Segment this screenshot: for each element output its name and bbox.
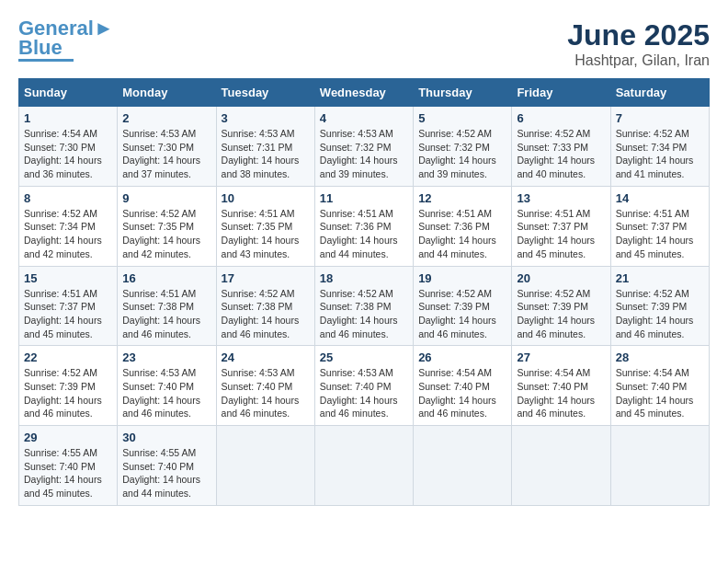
calendar-cell: 4Sunrise: 4:53 AMSunset: 7:32 PMDaylight… [314, 107, 413, 187]
day-info: Sunrise: 4:53 AMSunset: 7:40 PMDaylight:… [222, 366, 310, 420]
day-info: Sunrise: 4:53 AMSunset: 7:30 PMDaylight:… [122, 127, 210, 181]
calendar-cell: 18Sunrise: 4:52 AMSunset: 7:38 PMDayligh… [314, 266, 413, 346]
day-number: 16 [122, 271, 210, 285]
day-info: Sunrise: 4:52 AMSunset: 7:39 PMDaylight:… [24, 366, 112, 420]
calendar-cell: 12Sunrise: 4:51 AMSunset: 7:36 PMDayligh… [414, 186, 512, 266]
day-number: 28 [616, 350, 704, 364]
calendar-cell [414, 426, 512, 506]
day-number: 20 [517, 271, 605, 285]
day-info: Sunrise: 4:55 AMSunset: 7:40 PMDaylight:… [122, 446, 210, 500]
day-number: 17 [222, 271, 310, 285]
weekday-header-tuesday: Tuesday [216, 79, 314, 107]
day-number: 2 [122, 111, 210, 125]
day-number: 5 [418, 111, 506, 125]
logo-blue: ► [94, 17, 114, 40]
day-number: 30 [122, 431, 210, 444]
day-number: 14 [616, 191, 704, 205]
day-info: Sunrise: 4:52 AMSunset: 7:38 PMDaylight:… [320, 287, 408, 341]
calendar-cell: 21Sunrise: 4:52 AMSunset: 7:39 PMDayligh… [610, 266, 709, 346]
calendar-cell: 10Sunrise: 4:51 AMSunset: 7:35 PMDayligh… [216, 186, 314, 266]
weekday-header-monday: Monday [118, 79, 216, 107]
calendar-cell: 9Sunrise: 4:52 AMSunset: 7:35 PMDaylight… [118, 186, 216, 266]
day-info: Sunrise: 4:51 AMSunset: 7:35 PMDaylight:… [222, 207, 310, 261]
day-info: Sunrise: 4:52 AMSunset: 7:39 PMDaylight:… [418, 287, 506, 341]
day-number: 1 [24, 111, 112, 125]
day-info: Sunrise: 4:51 AMSunset: 7:36 PMDaylight:… [320, 207, 408, 261]
day-number: 8 [24, 191, 112, 205]
calendar-body: 1Sunrise: 4:54 AMSunset: 7:30 PMDaylight… [19, 107, 710, 506]
day-info: Sunrise: 4:52 AMSunset: 7:34 PMDaylight:… [24, 207, 112, 261]
calendar-cell: 7Sunrise: 4:52 AMSunset: 7:34 PMDaylight… [610, 107, 709, 187]
logo-blue-text: Blue [18, 39, 63, 57]
day-number: 7 [616, 111, 704, 125]
calendar-cell: 27Sunrise: 4:54 AMSunset: 7:40 PMDayligh… [512, 346, 610, 426]
calendar-cell: 6Sunrise: 4:52 AMSunset: 7:33 PMDaylight… [512, 107, 610, 187]
calendar-cell: 11Sunrise: 4:51 AMSunset: 7:36 PMDayligh… [314, 186, 413, 266]
day-number: 15 [24, 271, 112, 285]
calendar-cell: 19Sunrise: 4:52 AMSunset: 7:39 PMDayligh… [414, 266, 512, 346]
day-info: Sunrise: 4:54 AMSunset: 7:40 PMDaylight:… [616, 366, 704, 420]
weekday-header-thursday: Thursday [414, 79, 512, 107]
calendar-week-1: 1Sunrise: 4:54 AMSunset: 7:30 PMDaylight… [19, 107, 710, 187]
day-info: Sunrise: 4:53 AMSunset: 7:40 PMDaylight:… [320, 366, 408, 420]
day-info: Sunrise: 4:53 AMSunset: 7:40 PMDaylight:… [122, 366, 210, 420]
month-title: June 2025 [567, 18, 710, 52]
calendar-cell: 29Sunrise: 4:55 AMSunset: 7:40 PMDayligh… [19, 426, 118, 506]
weekday-header-friday: Friday [512, 79, 610, 107]
title-area: June 2025 Hashtpar, Gilan, Iran [567, 18, 710, 69]
calendar-header: SundayMondayTuesdayWednesdayThursdayFrid… [19, 79, 710, 107]
calendar-cell: 15Sunrise: 4:51 AMSunset: 7:37 PMDayligh… [19, 266, 118, 346]
calendar-week-4: 22Sunrise: 4:52 AMSunset: 7:39 PMDayligh… [19, 346, 710, 426]
calendar-cell: 28Sunrise: 4:54 AMSunset: 7:40 PMDayligh… [610, 346, 709, 426]
calendar-week-2: 8Sunrise: 4:52 AMSunset: 7:34 PMDaylight… [19, 186, 710, 266]
day-number: 27 [517, 350, 605, 364]
day-info: Sunrise: 4:52 AMSunset: 7:32 PMDaylight:… [418, 127, 506, 181]
logo: General► Blue [18, 18, 114, 62]
day-info: Sunrise: 4:52 AMSunset: 7:35 PMDaylight:… [122, 207, 210, 261]
calendar-cell: 25Sunrise: 4:53 AMSunset: 7:40 PMDayligh… [314, 346, 413, 426]
day-number: 6 [517, 111, 605, 125]
calendar-cell: 24Sunrise: 4:53 AMSunset: 7:40 PMDayligh… [216, 346, 314, 426]
day-number: 9 [122, 191, 210, 205]
day-number: 18 [320, 271, 408, 285]
calendar-cell [610, 426, 709, 506]
calendar-cell [512, 426, 610, 506]
day-info: Sunrise: 4:54 AMSunset: 7:40 PMDaylight:… [517, 366, 605, 420]
calendar-cell: 2Sunrise: 4:53 AMSunset: 7:30 PMDaylight… [118, 107, 216, 187]
day-number: 13 [517, 191, 605, 205]
calendar-cell: 17Sunrise: 4:52 AMSunset: 7:38 PMDayligh… [216, 266, 314, 346]
day-info: Sunrise: 4:53 AMSunset: 7:32 PMDaylight:… [320, 127, 408, 181]
day-info: Sunrise: 4:53 AMSunset: 7:31 PMDaylight:… [222, 127, 310, 181]
day-info: Sunrise: 4:51 AMSunset: 7:38 PMDaylight:… [122, 287, 210, 341]
day-number: 26 [418, 350, 506, 364]
day-number: 19 [418, 271, 506, 285]
day-info: Sunrise: 4:54 AMSunset: 7:30 PMDaylight:… [24, 127, 112, 181]
calendar-cell: 26Sunrise: 4:54 AMSunset: 7:40 PMDayligh… [414, 346, 512, 426]
weekday-header-sunday: Sunday [19, 79, 118, 107]
day-number: 29 [24, 431, 112, 444]
day-info: Sunrise: 4:52 AMSunset: 7:39 PMDaylight:… [517, 287, 605, 341]
calendar-table: SundayMondayTuesdayWednesdayThursdayFrid… [18, 78, 710, 506]
day-info: Sunrise: 4:54 AMSunset: 7:40 PMDaylight:… [418, 366, 506, 420]
day-info: Sunrise: 4:55 AMSunset: 7:40 PMDaylight:… [24, 446, 112, 500]
calendar-cell: 8Sunrise: 4:52 AMSunset: 7:34 PMDaylight… [19, 186, 118, 266]
calendar-cell: 1Sunrise: 4:54 AMSunset: 7:30 PMDaylight… [19, 107, 118, 187]
calendar-cell: 23Sunrise: 4:53 AMSunset: 7:40 PMDayligh… [118, 346, 216, 426]
calendar-cell: 22Sunrise: 4:52 AMSunset: 7:39 PMDayligh… [19, 346, 118, 426]
logo-underline [18, 59, 74, 62]
calendar-cell: 3Sunrise: 4:53 AMSunset: 7:31 PMDaylight… [216, 107, 314, 187]
calendar-cell: 14Sunrise: 4:51 AMSunset: 7:37 PMDayligh… [610, 186, 709, 266]
day-info: Sunrise: 4:52 AMSunset: 7:38 PMDaylight:… [222, 287, 310, 341]
weekday-header-wednesday: Wednesday [314, 79, 413, 107]
calendar-week-3: 15Sunrise: 4:51 AMSunset: 7:37 PMDayligh… [19, 266, 710, 346]
day-number: 4 [320, 111, 408, 125]
day-info: Sunrise: 4:51 AMSunset: 7:37 PMDaylight:… [517, 207, 605, 261]
calendar-cell: 13Sunrise: 4:51 AMSunset: 7:37 PMDayligh… [512, 186, 610, 266]
calendar-week-5: 29Sunrise: 4:55 AMSunset: 7:40 PMDayligh… [19, 426, 710, 506]
calendar-cell: 20Sunrise: 4:52 AMSunset: 7:39 PMDayligh… [512, 266, 610, 346]
day-number: 12 [418, 191, 506, 205]
calendar-cell: 30Sunrise: 4:55 AMSunset: 7:40 PMDayligh… [118, 426, 216, 506]
day-info: Sunrise: 4:51 AMSunset: 7:37 PMDaylight:… [616, 207, 704, 261]
weekday-header-saturday: Saturday [610, 79, 709, 107]
day-number: 23 [122, 350, 210, 364]
